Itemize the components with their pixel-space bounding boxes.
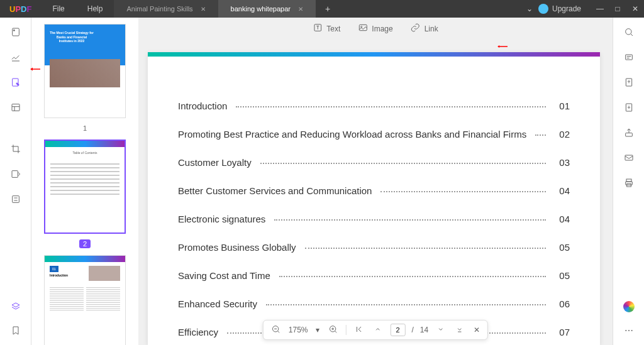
toc-row: Electronic signatures04 <box>178 214 570 224</box>
svg-point-22 <box>625 29 631 35</box>
tab-label: banking whitepapar <box>231 5 291 13</box>
avatar <box>538 4 548 14</box>
section-title: Introduction <box>50 273 68 277</box>
add-tab-button[interactable]: + <box>316 4 340 14</box>
zoom-out-button[interactable] <box>270 324 282 336</box>
svg-line-15 <box>277 331 279 332</box>
upgrade-button[interactable]: Upgrade <box>538 4 581 14</box>
toc-title: Promotes Business Globally <box>178 242 296 253</box>
zoom-dropdown[interactable]: ▾ <box>314 326 321 334</box>
toc-row: Better Customer Services and Communicati… <box>178 185 570 196</box>
export-button[interactable] <box>622 75 636 89</box>
edit-image-button[interactable]: Image <box>358 23 392 35</box>
ocr-button[interactable] <box>622 50 636 64</box>
theme-button[interactable] <box>622 300 636 314</box>
toc-row: Promotes Business Globally05 <box>178 242 570 253</box>
tab-active[interactable]: banking whitepapar ✕ <box>218 0 316 18</box>
thumb-page-1[interactable]: The Most Crucial Strategy for Banks and … <box>44 24 126 133</box>
thumb-page-2[interactable]: Table of Contents 2 <box>44 140 126 249</box>
bookmark-tool[interactable] <box>9 324 23 337</box>
toc-page-num: 04 <box>555 185 570 196</box>
toc-page-num: 04 <box>555 214 570 224</box>
toc-title: Customer Loyalty <box>178 157 252 168</box>
toc-heading: Table of Contents <box>45 147 125 158</box>
toc-title: Promoting Best Practice and Reducing Wor… <box>178 129 526 140</box>
label: Image <box>372 25 392 33</box>
edit-toolbar: Text Image Link <box>313 23 438 35</box>
menu-help[interactable]: Help <box>76 4 114 13</box>
main: The Most Crucial Strategy for Banks and … <box>0 18 644 345</box>
form-tool[interactable] <box>9 192 23 206</box>
svg-rect-29 <box>625 133 632 136</box>
toc-title: Introduction <box>178 101 227 111</box>
edit-tool[interactable] <box>9 75 23 89</box>
tab-inactive[interactable]: Animal Painting Skills ✕ <box>114 0 218 18</box>
chevron-down-icon[interactable]: ⌄ <box>521 4 538 13</box>
left-toolbar <box>0 18 31 345</box>
page-view: Introduction01Promoting Best Practice an… <box>148 52 600 345</box>
thumb-page-3[interactable]: 01 Introduction 3 <box>44 255 126 345</box>
redact-tool[interactable] <box>9 167 23 181</box>
edit-link-button[interactable]: Link <box>411 23 438 35</box>
toc-page-num: 06 <box>555 298 570 309</box>
page-total: 14 <box>420 326 428 334</box>
page-header-gradient <box>148 52 600 57</box>
thumbnail-panel: The Most Crucial Strategy for Banks and … <box>31 18 138 345</box>
titlebar: UPDF File Help Animal Painting Skills ✕ … <box>0 0 644 18</box>
page-input[interactable] <box>391 324 406 336</box>
toc-row: Promoting Best Practice and Reducing Wor… <box>178 129 570 140</box>
toc-dots <box>380 191 546 192</box>
minimize-button[interactable]: — <box>591 4 609 13</box>
svg-line-23 <box>630 34 632 36</box>
table-of-contents: Introduction01Promoting Best Practice an… <box>148 57 600 337</box>
toc-page-num: 07 <box>555 327 570 337</box>
close-icon[interactable]: ✕ <box>298 6 303 13</box>
toc-dots <box>535 134 546 136</box>
email-button[interactable] <box>622 151 636 165</box>
edit-text-button[interactable]: Text <box>313 23 340 35</box>
svg-rect-0 <box>12 28 19 36</box>
crop-tool[interactable] <box>9 142 23 156</box>
toc-dots <box>279 276 546 277</box>
close-icon[interactable]: ✕ <box>201 6 206 13</box>
toc-dots <box>305 248 546 249</box>
more-button[interactable]: ⋯ <box>622 324 636 337</box>
app-logo: UPDF <box>0 4 41 14</box>
next-page-button[interactable] <box>435 324 447 336</box>
tab-label: Animal Painting Skills <box>126 5 192 13</box>
label: Text <box>326 25 340 33</box>
text-icon <box>313 23 323 35</box>
organize-tool[interactable] <box>9 101 23 114</box>
zoom-level: 175% <box>289 326 308 334</box>
convert-button[interactable] <box>622 101 636 114</box>
first-page-button[interactable] <box>353 324 365 336</box>
zoom-in-button[interactable] <box>327 324 340 336</box>
toc-page-num: 03 <box>555 157 570 168</box>
toc-row: Customer Loyalty03 <box>178 157 570 168</box>
toc-dots <box>274 219 546 221</box>
toc-page-num: 05 <box>555 270 570 281</box>
share-button[interactable] <box>622 126 636 140</box>
close-button[interactable]: ✕ <box>626 4 644 13</box>
upgrade-label: Upgrade <box>552 4 581 13</box>
last-page-button[interactable] <box>453 324 466 336</box>
annotate-tool[interactable] <box>9 50 23 64</box>
page-sep: / <box>412 326 414 334</box>
layers-tool[interactable] <box>9 300 23 314</box>
close-bar-button[interactable]: ✕ <box>472 326 481 334</box>
maximize-button[interactable]: □ <box>609 4 626 13</box>
label: Link <box>425 25 438 33</box>
menu-file[interactable]: File <box>41 4 75 13</box>
reader-tool[interactable] <box>9 25 23 39</box>
view-controls-bar: 175% ▾ / 14 ✕ <box>263 320 488 340</box>
prev-page-button[interactable] <box>372 324 384 336</box>
toc-title: Efficiency <box>178 327 218 337</box>
svg-point-1 <box>13 30 14 31</box>
print-button[interactable] <box>622 176 636 190</box>
toc-dots <box>236 106 546 107</box>
toc-title: Electronic signatures <box>178 214 265 224</box>
toc-row: Enhanced Security06 <box>178 298 570 309</box>
search-button[interactable] <box>622 25 636 39</box>
toc-dots <box>266 304 546 305</box>
cover-title: The Most Crucial Strategy for Banks and … <box>50 31 94 43</box>
